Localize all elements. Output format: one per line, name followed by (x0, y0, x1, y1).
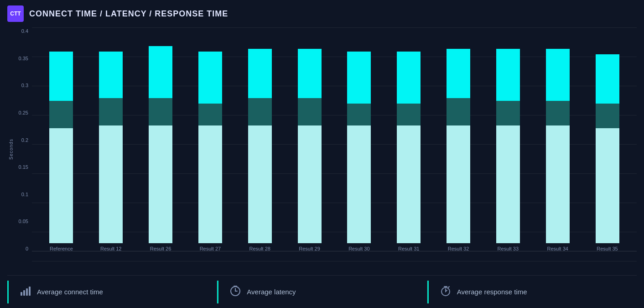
bar-mid-segment (298, 98, 322, 125)
bar-top-segment (49, 52, 73, 101)
y-tick: 0.05 (19, 219, 28, 224)
y-tick: 0.25 (19, 110, 28, 115)
legend-footer: Average connect time Average latency (7, 275, 637, 308)
svg-rect-3 (29, 287, 31, 296)
bar-group: Result 33 (488, 49, 529, 251)
legend-connect-time: Average connect time (7, 281, 217, 303)
logo-box: CTT (7, 5, 24, 22)
bar-top-segment (546, 49, 570, 101)
page-title: CONNECT TIME / LATENCY / RESPONSE TIME (29, 9, 228, 19)
bar-bottom-segment (546, 125, 570, 243)
bar-stack (546, 49, 570, 243)
bar-bottom-segment (447, 125, 470, 243)
legend-connect-time-label: Average connect time (37, 288, 103, 296)
y-tick: 0.3 (21, 83, 28, 88)
chart-area: Seconds 0.40.350.30.250.20.150.10.050 Re… (7, 27, 637, 275)
bar-top-segment (149, 46, 172, 98)
main-container: CTT CONNECT TIME / LATENCY / RESPONSE TI… (0, 0, 644, 308)
bar-bottom-segment (99, 125, 123, 243)
bar-bottom-segment (397, 125, 421, 243)
y-tick: 0.35 (19, 56, 28, 61)
bar-top-segment (99, 52, 123, 98)
bar-group: Result 35 (587, 54, 628, 251)
latency-icon (229, 285, 241, 299)
bar-mid-segment (447, 98, 470, 125)
bar-mid-segment (198, 104, 222, 125)
bar-label: Result 28 (249, 246, 270, 251)
bar-mid-segment (149, 98, 172, 125)
bar-bottom-segment (596, 128, 619, 243)
bar-stack (99, 52, 123, 243)
bar-top-segment (248, 49, 272, 98)
grid-and-bars: ReferenceResult 12Result 26Result 27Resu… (32, 27, 637, 261)
bar-group: Result 28 (239, 49, 280, 251)
bar-bottom-segment (49, 128, 73, 243)
bar-bottom-segment (347, 125, 371, 243)
bar-mid-segment (347, 104, 371, 125)
header: CTT CONNECT TIME / LATENCY / RESPONSE TI… (7, 5, 637, 22)
y-tick: 0.15 (19, 164, 28, 170)
bar-mid-segment (397, 104, 421, 125)
bar-label: Result 35 (597, 246, 618, 251)
bar-top-segment (198, 52, 222, 104)
bar-stack (596, 54, 619, 243)
bar-group: Reference (41, 52, 82, 251)
bar-mid-segment (596, 104, 619, 128)
bar-stack (347, 52, 371, 243)
bar-label: Result 30 (348, 246, 369, 251)
bar-group: Result 34 (537, 49, 578, 251)
bar-mid-segment (49, 101, 73, 128)
bar-label: Result 33 (498, 246, 519, 251)
bar-stack (397, 52, 421, 243)
svg-rect-2 (26, 288, 28, 296)
bar-label: Result 34 (547, 246, 568, 251)
y-tick: 0.2 (21, 137, 28, 143)
legend-response-time: Average response time (427, 281, 637, 303)
bar-mid-segment (99, 98, 123, 125)
bar-bottom-segment (298, 125, 322, 243)
bar-group: Result 12 (90, 52, 131, 251)
bar-label: Result 26 (150, 246, 171, 251)
bar-stack (49, 52, 73, 243)
response-time-icon (440, 285, 452, 299)
bar-stack (248, 49, 272, 243)
bar-top-segment (596, 54, 619, 104)
bar-mid-segment (496, 101, 520, 125)
bar-bottom-segment (496, 125, 520, 243)
legend-response-time-label: Average response time (457, 288, 527, 296)
connect-time-icon (20, 285, 31, 299)
bar-mid-segment (248, 98, 272, 125)
bar-stack (198, 52, 222, 243)
bar-stack (149, 46, 172, 243)
bar-label: Result 29 (299, 246, 320, 251)
bar-group: Result 27 (190, 52, 231, 251)
bar-top-segment (397, 52, 421, 104)
bar-bottom-segment (198, 125, 222, 243)
legend-latency-label: Average latency (247, 288, 296, 296)
y-tick: 0.1 (21, 192, 28, 197)
y-tick: 0 (26, 246, 28, 251)
bar-top-segment (298, 49, 322, 98)
bar-label: Result 12 (100, 246, 121, 251)
y-tick: 0.4 (21, 28, 28, 34)
bar-group: Result 30 (338, 52, 379, 251)
y-axis-ticks: 0.40.350.30.250.20.150.10.050 (15, 27, 31, 261)
svg-rect-1 (23, 290, 25, 296)
y-axis-label: Seconds (7, 27, 15, 261)
bar-label: Result 27 (200, 246, 221, 251)
chart-inner: ReferenceResult 12Result 26Result 27Resu… (32, 27, 637, 261)
legend-latency: Average latency (217, 281, 426, 303)
bar-group: Result 29 (289, 49, 330, 251)
bar-group: Result 32 (438, 49, 479, 251)
bar-mid-segment (546, 101, 570, 125)
bars-container: ReferenceResult 12Result 26Result 27Resu… (32, 27, 637, 251)
bar-group: Result 26 (140, 46, 181, 251)
bar-bottom-segment (248, 125, 272, 243)
bar-top-segment (347, 52, 371, 104)
bar-top-segment (496, 49, 520, 101)
svg-rect-0 (21, 292, 22, 296)
bar-stack (298, 49, 322, 243)
bar-bottom-segment (149, 125, 172, 243)
bar-group: Result 31 (388, 52, 429, 251)
bar-label: Result 31 (398, 246, 419, 251)
